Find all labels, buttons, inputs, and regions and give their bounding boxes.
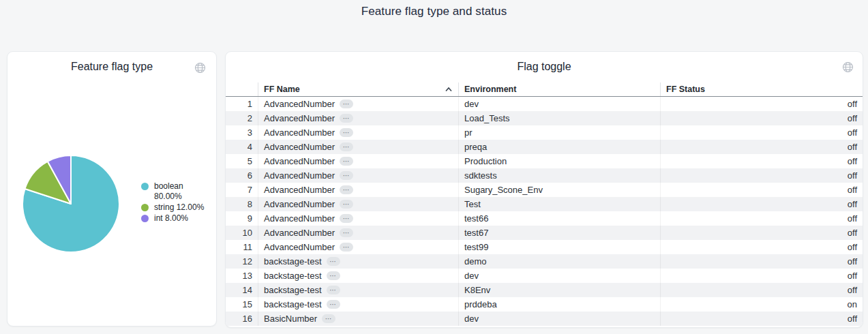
table-row: 1AdvancedNumber⋯devoff bbox=[226, 97, 863, 111]
environment-cell: dev bbox=[459, 269, 661, 283]
environment-cell: test66 bbox=[459, 211, 661, 226]
legend-item-string[interactable]: string 12.00% bbox=[141, 202, 212, 213]
row-actions-ellipsis[interactable]: ⋯ bbox=[340, 185, 353, 194]
globe-icon bbox=[842, 61, 854, 73]
row-number-cell: 3 bbox=[226, 125, 258, 140]
ff-name-cell: AdvancedNumber⋯ bbox=[258, 125, 459, 140]
ff-name-cell: AdvancedNumber⋯ bbox=[258, 154, 459, 168]
ff-name-cell: AdvancedNumber⋯ bbox=[258, 240, 459, 254]
ff-name-text: AdvancedNumber bbox=[264, 228, 335, 238]
table-panel-title[interactable]: Flag toggle bbox=[226, 52, 863, 74]
ff-status-cell: off bbox=[661, 97, 863, 111]
row-actions-ellipsis[interactable]: ⋯ bbox=[327, 271, 340, 280]
environment-cell: prddeba bbox=[459, 297, 661, 312]
environment-cell: Sugary_Scone_Env bbox=[459, 183, 661, 197]
row-actions-ellipsis[interactable]: ⋯ bbox=[340, 214, 353, 223]
row-actions-ellipsis[interactable]: ⋯ bbox=[340, 128, 353, 137]
row-actions-ellipsis[interactable]: ⋯ bbox=[340, 171, 353, 180]
ff-name-text: AdvancedNumber bbox=[264, 142, 335, 152]
pie-chart-area bbox=[20, 153, 122, 255]
ff-status-cell: off bbox=[661, 226, 863, 240]
environment-cell: sdktests bbox=[459, 168, 661, 183]
row-actions-ellipsis[interactable]: ⋯ bbox=[340, 100, 353, 108]
sort-asc-icon bbox=[445, 86, 453, 93]
table-row: 10AdvancedNumber⋯test67off bbox=[226, 226, 863, 240]
table-row: 13backstage-test⋯devoff bbox=[226, 269, 863, 283]
legend-label: int 8.00% bbox=[154, 213, 188, 224]
column-header-row-number bbox=[226, 82, 258, 96]
ff-name-cell: AdvancedNumber⋯ bbox=[258, 140, 459, 154]
ff-name-text: backstage-test bbox=[264, 271, 322, 281]
ff-name-cell: BasicNumber⋯ bbox=[258, 312, 459, 326]
environment-cell: demo bbox=[459, 254, 661, 269]
environment-cell: preqa bbox=[459, 140, 661, 154]
ff-status-cell: off bbox=[661, 183, 863, 197]
ff-status-cell: off bbox=[661, 211, 863, 226]
ff-status-cell: off bbox=[661, 269, 863, 283]
table-row: 16BasicNumber⋯devoff bbox=[226, 312, 863, 326]
row-number-cell: 6 bbox=[226, 168, 258, 183]
legend-item-int[interactable]: int 8.00% bbox=[141, 213, 212, 224]
row-actions-ellipsis[interactable]: ⋯ bbox=[327, 300, 340, 309]
pie-chart bbox=[20, 153, 122, 255]
row-number-cell: 5 bbox=[226, 154, 258, 168]
environment-cell: Production bbox=[459, 154, 661, 168]
row-actions-ellipsis[interactable]: ⋯ bbox=[340, 142, 353, 151]
environment-cell: pr bbox=[459, 125, 661, 140]
row-number-cell: 12 bbox=[226, 254, 258, 269]
row-actions-ellipsis[interactable]: ⋯ bbox=[322, 314, 335, 323]
ff-name-cell: AdvancedNumber⋯ bbox=[258, 183, 459, 197]
legend-item-boolean[interactable]: boolean80.00% bbox=[141, 181, 212, 202]
ff-name-text: AdvancedNumber bbox=[264, 199, 335, 209]
column-header-ff-status[interactable]: FF Status bbox=[661, 82, 863, 96]
row-actions-ellipsis[interactable]: ⋯ bbox=[340, 157, 353, 166]
table-row: 4AdvancedNumber⋯preqaoff bbox=[226, 140, 863, 154]
row-number-cell: 8 bbox=[226, 197, 258, 211]
ff-status-cell: off bbox=[661, 312, 863, 326]
row-number-cell: 13 bbox=[226, 269, 258, 283]
environment-cell: dev bbox=[459, 97, 661, 111]
environment-cell: Test bbox=[459, 197, 661, 211]
dashboard-title: Feature flag type and status bbox=[0, 5, 868, 18]
ff-status-cell: on bbox=[661, 297, 863, 312]
table-row: 14backstage-test⋯K8Envoff bbox=[226, 283, 863, 297]
row-number-cell: 11 bbox=[226, 240, 258, 254]
row-actions-ellipsis[interactable]: ⋯ bbox=[340, 243, 353, 252]
flag-table: FF Name Environment FF Status 1AdvancedN… bbox=[226, 82, 863, 326]
row-actions-ellipsis[interactable]: ⋯ bbox=[340, 200, 353, 209]
table-row: 5AdvancedNumber⋯Productionoff bbox=[226, 154, 863, 168]
ff-name-cell: AdvancedNumber⋯ bbox=[258, 111, 459, 125]
panel-flag-toggle: Flag toggle FF Name Environment FF Statu… bbox=[225, 51, 863, 328]
ff-name-cell: backstage-test⋯ bbox=[258, 269, 459, 283]
environment-cell: test67 bbox=[459, 226, 661, 240]
table-row: 9AdvancedNumber⋯test66off bbox=[226, 211, 863, 226]
table-row: 8AdvancedNumber⋯Testoff bbox=[226, 197, 863, 211]
environment-cell: K8Env bbox=[459, 283, 661, 297]
ff-name-text: AdvancedNumber bbox=[264, 113, 335, 123]
globe-icon bbox=[194, 62, 206, 74]
row-number-cell: 9 bbox=[226, 211, 258, 226]
column-header-ff-name[interactable]: FF Name bbox=[258, 82, 459, 96]
row-number-cell: 16 bbox=[226, 312, 258, 326]
row-actions-ellipsis[interactable]: ⋯ bbox=[340, 114, 353, 123]
ff-name-text: backstage-test bbox=[264, 299, 322, 309]
legend-label: string 12.00% bbox=[154, 202, 204, 213]
row-number-cell: 15 bbox=[226, 297, 258, 312]
table-header-row: FF Name Environment FF Status bbox=[226, 82, 863, 97]
table-row: 15backstage-test⋯prddebaon bbox=[226, 297, 863, 312]
environment-cell: Load_Tests bbox=[459, 111, 661, 125]
ff-name-text: AdvancedNumber bbox=[264, 156, 335, 166]
ff-status-cell: off bbox=[661, 125, 863, 140]
ff-status-cell: off bbox=[661, 254, 863, 269]
ff-status-cell: off bbox=[661, 240, 863, 254]
column-header-environment[interactable]: Environment bbox=[459, 82, 661, 96]
ff-name-text: AdvancedNumber bbox=[264, 127, 335, 138]
ff-name-text: AdvancedNumber bbox=[264, 99, 335, 109]
panel-feature-flag-type: Feature flag type boolean80.00%string 12… bbox=[7, 51, 217, 327]
ff-name-text: AdvancedNumber bbox=[264, 170, 335, 181]
row-actions-ellipsis[interactable]: ⋯ bbox=[340, 228, 353, 237]
pie-panel-title[interactable]: Feature flag type bbox=[8, 52, 216, 74]
row-actions-ellipsis[interactable]: ⋯ bbox=[327, 286, 340, 294]
row-actions-ellipsis[interactable]: ⋯ bbox=[327, 257, 340, 266]
table-row: 2AdvancedNumber⋯Load_Testsoff bbox=[226, 111, 863, 125]
